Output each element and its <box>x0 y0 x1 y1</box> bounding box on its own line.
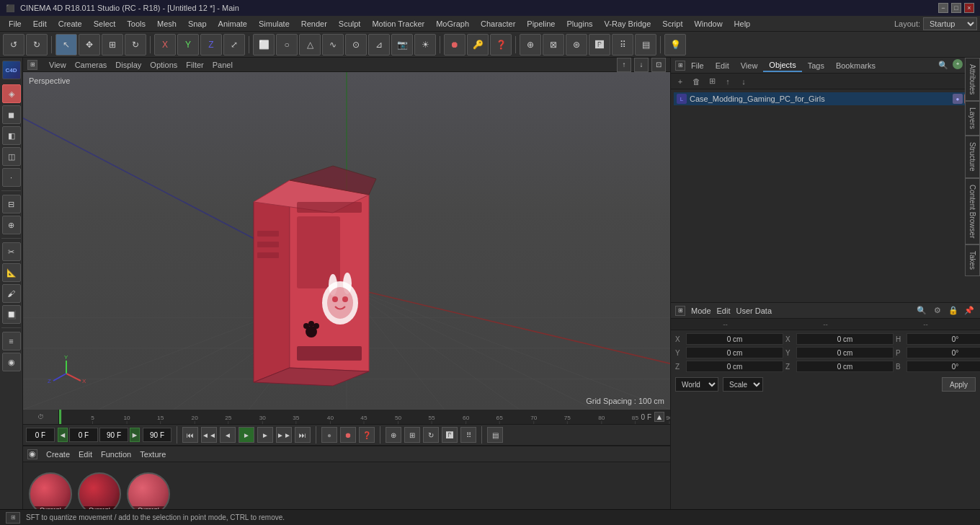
menu-vray[interactable]: V-Ray Bridge <box>599 16 657 32</box>
spline-button[interactable]: ∿ <box>322 34 344 56</box>
vp-nav-down[interactable]: ↓ <box>634 58 649 72</box>
menu-simulate[interactable]: Simulate <box>253 16 295 32</box>
autokey-button[interactable]: 🔑 <box>467 34 489 56</box>
vp-nav-up[interactable]: ↑ <box>617 58 631 72</box>
rotate-tool-button[interactable]: ↻ <box>125 34 146 56</box>
menu-tools[interactable]: Tools <box>121 16 151 32</box>
point-mode-button[interactable]: · <box>2 168 21 187</box>
knife-tool-button[interactable]: ✂ <box>2 242 21 261</box>
viewport-dots-button[interactable]: ⠿ <box>612 34 633 56</box>
vp-menu-cameras[interactable]: Cameras <box>75 61 107 69</box>
objects-delete-button[interactable]: 🗑 <box>690 75 703 88</box>
objects-tab-objects[interactable]: Objects <box>763 59 801 72</box>
object-item-pc-case[interactable]: L Case_Modding_Gaming_PC_for_Girls ● ● <box>674 92 977 105</box>
current-frame-input[interactable] <box>69 428 98 442</box>
objects-move-down-button[interactable]: ↓ <box>737 75 750 88</box>
snap-tool-button[interactable]: 🔲 <box>2 305 21 324</box>
world-dropdown[interactable]: World Object Parent <box>675 377 718 392</box>
coord-x2-input[interactable] <box>796 333 894 345</box>
objects-tab-bookmarks[interactable]: Bookmarks <box>830 60 881 71</box>
record-button[interactable]: ⏺ <box>444 34 466 56</box>
objects-tab-view[interactable]: View <box>735 60 764 71</box>
menu-motion-tracker[interactable]: Motion Tracker <box>366 16 430 32</box>
coord-p-input[interactable] <box>906 347 980 358</box>
first-frame-button[interactable]: ⏮ <box>182 427 198 443</box>
vp-menu-view[interactable]: View <box>49 61 66 69</box>
motion-clips-button[interactable]: ❓ <box>359 427 375 443</box>
menu-select[interactable]: Select <box>88 16 122 32</box>
menu-create[interactable]: Create <box>53 16 88 32</box>
cube-button[interactable]: ⬜ <box>253 34 275 56</box>
polygon-mode-button[interactable]: ◧ <box>2 126 21 145</box>
vp-menu-panel[interactable]: Panel <box>213 61 233 69</box>
end-frame-input[interactable] <box>99 428 128 442</box>
coord-z2-input[interactable] <box>796 361 894 372</box>
viewport-rotate-button[interactable]: ⊛ <box>566 34 587 56</box>
x-axis-button[interactable]: X <box>154 34 176 56</box>
menu-pipeline[interactable]: Pipeline <box>521 16 561 32</box>
model-mode-button[interactable]: ◈ <box>2 84 21 103</box>
material-tag-button[interactable]: ◉ <box>2 353 21 371</box>
close-button[interactable]: × <box>964 3 974 13</box>
prev-key-button[interactable]: ◄◄ <box>201 427 217 443</box>
record-active-button[interactable]: ● <box>321 427 337 443</box>
menu-mograph[interactable]: MoGraph <box>430 16 475 32</box>
record-all-button[interactable]: ⏺ <box>340 427 356 443</box>
menu-character[interactable]: Character <box>475 16 521 32</box>
minimize-button[interactable]: − <box>938 3 948 13</box>
scale-tool-button[interactable]: ⊞ <box>102 34 123 56</box>
cone-button[interactable]: △ <box>299 34 321 56</box>
keyframe-move-button[interactable]: ⊕ <box>386 427 401 443</box>
keyframe-all-button[interactable]: ⠿ <box>460 427 476 443</box>
y-axis-button[interactable]: Y <box>177 34 199 56</box>
coord-h-input[interactable] <box>906 333 980 345</box>
frame-up-button[interactable]: ▲ <box>654 412 664 422</box>
menu-window[interactable]: Window <box>688 16 728 32</box>
mat-menu-function[interactable]: Function <box>101 450 131 459</box>
attr-search-button[interactable]: 🔍 <box>915 304 928 317</box>
keyframe-rotate-button[interactable]: ↻ <box>423 427 439 443</box>
deformer-button[interactable]: ⊿ <box>368 34 390 56</box>
menu-plugins[interactable]: Plugins <box>561 16 598 32</box>
mat-menu-create[interactable]: Create <box>46 450 70 459</box>
3d-viewport[interactable]: Perspective <box>23 72 670 410</box>
measure-button[interactable]: 📐 <box>2 263 21 282</box>
coord-b-input[interactable] <box>906 361 980 372</box>
keyframe-button[interactable]: ❓ <box>490 34 512 56</box>
viewport-move-button[interactable]: ⊕ <box>520 34 541 56</box>
attr-settings-button[interactable]: ⚙ <box>931 304 944 317</box>
light-button[interactable]: ☀ <box>414 34 436 56</box>
edge-mode-button[interactable]: ◫ <box>2 147 21 166</box>
nurbs-button[interactable]: ⊙ <box>345 34 367 56</box>
keyframe-scale-button[interactable]: ⊞ <box>404 427 420 443</box>
last-frame-button[interactable]: ⏭ <box>295 427 311 443</box>
viewport-pan-button[interactable]: 🅿 <box>589 34 610 56</box>
right-tab-takes[interactable]: Takes <box>965 244 980 276</box>
z-axis-button[interactable]: Z <box>200 34 222 56</box>
start-frame-input[interactable] <box>26 428 55 442</box>
next-key-button[interactable]: ►► <box>276 427 292 443</box>
prev-frame-button[interactable]: ◄ <box>220 427 236 443</box>
preview-end-input[interactable] <box>143 428 172 442</box>
vp-nav-expand[interactable]: ⊡ <box>651 58 666 72</box>
coord-y-input[interactable] <box>686 347 783 358</box>
attr-tab-userdata[interactable]: User Data <box>736 306 772 315</box>
right-tab-attributes[interactable]: Attributes <box>965 58 980 101</box>
coord-x-input[interactable] <box>686 333 783 345</box>
light-on-button[interactable]: 💡 <box>664 34 686 56</box>
menu-script[interactable]: Script <box>656 16 688 32</box>
vp-menu-display[interactable]: Display <box>115 61 141 69</box>
range-start-btn[interactable]: ◄ <box>58 428 68 442</box>
objects-tab-tags[interactable]: Tags <box>802 60 830 71</box>
layout-dropdown[interactable]: Startup Standard Modeling <box>923 17 977 30</box>
objects-tab-file[interactable]: File <box>685 60 710 71</box>
joint-mode-button[interactable]: ⊕ <box>2 216 21 234</box>
redo-button[interactable]: ↻ <box>26 34 48 56</box>
select-tool-button[interactable]: ↖ <box>55 34 77 56</box>
apply-button[interactable]: Apply <box>942 377 976 392</box>
scale-dropdown[interactable]: Scale <box>723 377 763 392</box>
objects-new-button[interactable]: + <box>674 75 687 88</box>
keyframe-param-button[interactable]: 🅿 <box>442 427 458 443</box>
camera-button[interactable]: 📷 <box>391 34 413 56</box>
objects-tab-edit[interactable]: Edit <box>710 60 735 71</box>
